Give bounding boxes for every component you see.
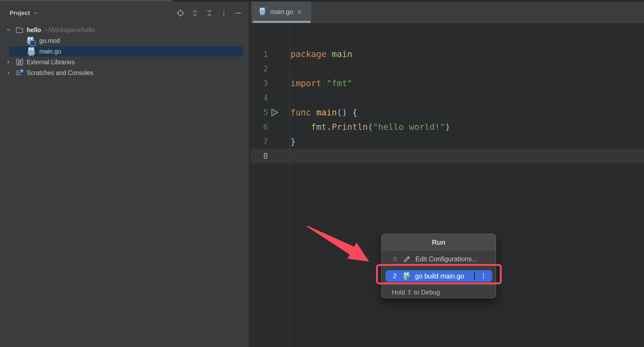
hold-to-debug-hint: Hold ⇧ to Debug — [392, 289, 440, 296]
locate-icon[interactable] — [177, 9, 185, 17]
active-tab-indicator — [253, 21, 310, 23]
folder-icon — [15, 25, 24, 35]
tab-close-icon[interactable]: × — [297, 8, 302, 16]
ide-window: Project — [0, 0, 644, 347]
project-panel: Project — [0, 0, 249, 347]
options-icon[interactable] — [220, 9, 228, 17]
project-tree: hello ~/Workspace/hello go.mod — [0, 25, 249, 78]
run-popup-footer: Hold ⇧ to Debug — [382, 285, 496, 298]
line-number: 2 — [250, 61, 289, 76]
tree-item-label: Scratches and Consoles — [27, 69, 93, 77]
line-number: 8 — [250, 149, 289, 163]
menu-item-edit-configurations[interactable]: 0 Edit Configurations... — [382, 251, 496, 267]
code-editor[interactable]: 12345678 package mainimport "fmt"func ma… — [250, 23, 644, 347]
gutter: 12345678 — [250, 47, 289, 163]
chevron-right-icon[interactable] — [5, 59, 12, 65]
code-line[interactable]: } — [290, 134, 450, 149]
run-popup: Run 0 Edit Configurations... 2 — [381, 233, 496, 298]
line-number: 1 — [250, 47, 289, 61]
project-view-selector[interactable]: Project — [10, 10, 39, 17]
run-popup-title: Run — [432, 238, 446, 247]
tree-item-hello[interactable]: hello ~/Workspace/hello — [0, 25, 249, 35]
tree-item-label: go.mod — [39, 37, 60, 44]
code-line[interactable]: fmt.Println("hello world!") — [290, 120, 450, 134]
chevron-down-icon — [33, 10, 39, 16]
code-lines: package mainimport "fmt"func main() { fm… — [290, 47, 450, 163]
tree-item-gomod[interactable]: go.mod — [0, 35, 249, 46]
window-top-edge-brown — [0, 0, 172, 2]
tree-item-label: External Libraries — [27, 59, 75, 66]
expand-all-icon[interactable] — [191, 9, 199, 17]
tab-main-go[interactable]: main.go × — [252, 0, 311, 23]
collapse-all-icon[interactable] — [205, 9, 213, 17]
line-number: 6 — [250, 120, 289, 134]
project-panel-toolbar — [177, 2, 242, 25]
libraries-icon — [15, 57, 24, 67]
tab-label: main.go — [270, 8, 293, 16]
menu-item-label: go build main.go — [415, 272, 464, 280]
tree-item-label: main.go — [39, 48, 61, 55]
line-number: 7 — [250, 134, 289, 149]
pencil-icon — [402, 254, 412, 264]
project-panel-title: Project — [10, 10, 30, 17]
line-number: 3 — [250, 76, 289, 90]
scratches-icon — [15, 68, 24, 78]
more-actions-icon[interactable] — [475, 270, 492, 282]
project-panel-header: Project — [0, 2, 249, 25]
tree-item-path: ~/Workspace/hello — [44, 27, 95, 34]
code-line[interactable]: import "fmt" — [290, 76, 450, 90]
code-line[interactable]: package main — [290, 47, 450, 61]
tree-item-external-libraries[interactable]: External Libraries — [0, 57, 249, 67]
go-file-icon — [26, 46, 37, 57]
chevron-down-icon[interactable] — [5, 27, 12, 33]
tree-item-label: hello — [27, 27, 41, 34]
go-run-icon — [402, 271, 411, 281]
gutter-divider — [289, 23, 290, 347]
shortcut-badge: 2 — [391, 272, 398, 280]
run-gutter-icon[interactable] — [270, 108, 279, 119]
menu-item-go-build-wrap: 2 go build main.go — [382, 267, 496, 285]
go-mod-file-icon — [26, 35, 37, 46]
hide-icon[interactable] — [234, 9, 242, 17]
line-number: 4 — [250, 90, 289, 105]
editor-tab-bar: main.go × — [249, 0, 644, 23]
tree-item-scratches[interactable]: Scratches and Consoles — [0, 67, 249, 78]
code-line[interactable] — [290, 149, 450, 163]
go-file-icon — [258, 6, 267, 17]
chevron-right-icon[interactable] — [5, 70, 12, 76]
code-line[interactable] — [290, 61, 450, 76]
shortcut-badge: 0 — [391, 255, 399, 263]
menu-item-label: Edit Configurations... — [415, 255, 477, 263]
menu-item-go-build-selected[interactable]: 2 go build main.go — [386, 270, 492, 282]
run-popup-header: Run — [382, 234, 496, 251]
code-line[interactable]: func main() { — [290, 105, 450, 120]
line-number: 5 — [250, 105, 289, 120]
tree-item-maingo-selected[interactable]: main.go — [0, 46, 249, 57]
code-line[interactable] — [290, 90, 450, 105]
